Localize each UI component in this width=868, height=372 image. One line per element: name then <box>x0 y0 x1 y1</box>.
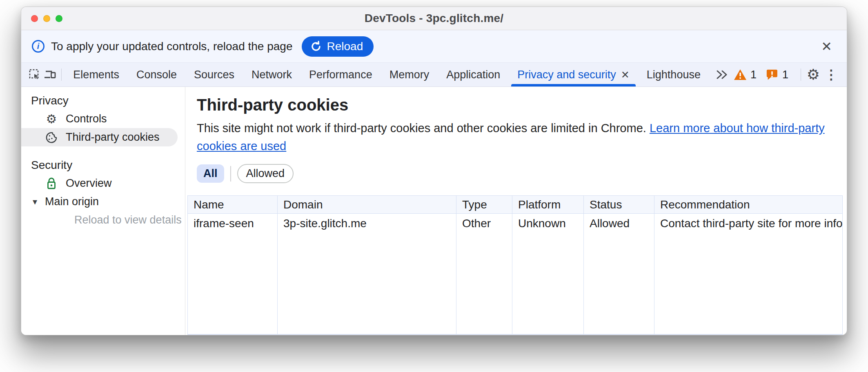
kebab-menu-icon[interactable]: ⋮ <box>822 66 840 84</box>
tab-memory[interactable]: Memory <box>381 63 438 86</box>
table-row-cell-platform[interactable]: Unknown <box>512 214 584 233</box>
table-filler-column <box>512 233 584 334</box>
sidebar-item-overview[interactable]: Overview <box>21 174 185 193</box>
tab-network[interactable]: Network <box>243 63 300 86</box>
active-tab-underline <box>511 84 636 86</box>
table-row-cell-status[interactable]: Allowed <box>584 214 654 233</box>
issue-icon <box>766 68 779 81</box>
warnings-badge[interactable]: 1 <box>734 69 757 81</box>
table-filler-column <box>278 233 456 334</box>
window-titlebar: DevTools - 3pc.glitch.me/ <box>21 7 847 30</box>
settings-gear-icon[interactable]: ⚙ <box>804 66 822 84</box>
infobar-close-icon[interactable]: ✕ <box>821 40 832 53</box>
reload-to-view-details-hint: Reload to view details <box>21 211 185 229</box>
sidebar-item-controls[interactable]: ⚙ Controls <box>21 110 185 128</box>
controls-gear-icon: ⚙ <box>45 113 58 125</box>
table-row-cell-domain[interactable]: 3p-site.glitch.me <box>278 214 456 233</box>
expander-triangle-icon[interactable]: ▾ <box>33 197 44 207</box>
tab-privacy-and-security[interactable]: Privacy and security ✕ <box>509 63 638 86</box>
issues-badge[interactable]: 1 <box>766 68 788 81</box>
sidebar-gap <box>21 146 185 156</box>
devtools-tabbar: Elements Console Sources Network Perform… <box>21 63 847 87</box>
toggle-device-toolbar-icon[interactable] <box>42 66 58 84</box>
sidebar-section-privacy: Privacy <box>21 92 185 110</box>
toolbar-separator <box>61 69 62 81</box>
reload-infobar: i To apply your updated controls, reload… <box>21 30 847 63</box>
cookie-icon <box>45 131 58 144</box>
tab-application[interactable]: Application <box>438 63 509 86</box>
filter-chip-all[interactable]: All <box>197 164 224 183</box>
column-header-name[interactable]: Name <box>188 196 278 214</box>
table-row-cell-name[interactable]: iframe-seen <box>188 214 278 233</box>
close-tab-icon[interactable]: ✕ <box>621 69 630 81</box>
cookies-table: Name Domain Type Platform Status Recomme… <box>187 195 843 335</box>
column-header-recommendation[interactable]: Recommendation <box>654 196 842 214</box>
tab-lighthouse[interactable]: Lighthouse <box>638 63 709 86</box>
table-filler-column <box>654 233 842 334</box>
column-header-type[interactable]: Type <box>456 196 512 214</box>
tab-console[interactable]: Console <box>128 63 185 86</box>
panel-content: Privacy ⚙ Controls Third-party cookies S <box>21 87 847 335</box>
status-filter-chips: All Allowed <box>197 164 847 183</box>
tabbar-right-separator <box>801 69 801 81</box>
more-tabs-icon[interactable] <box>714 69 729 81</box>
column-header-platform[interactable]: Platform <box>512 196 584 214</box>
table-filler-column <box>188 233 278 334</box>
devtools-window: DevTools - 3pc.glitch.me/ i To apply you… <box>21 7 847 335</box>
reload-button-label: Reload <box>327 40 363 53</box>
panel-heading: Third-party cookies <box>197 96 847 114</box>
panel-description: This site might not work if third-party … <box>197 119 847 155</box>
column-header-domain[interactable]: Domain <box>278 196 456 214</box>
tab-elements[interactable]: Elements <box>65 63 128 86</box>
warning-count: 1 <box>750 69 757 81</box>
table-row-cell-recommendation[interactable]: Contact third-party site for more info <box>654 214 842 233</box>
third-party-cookies-panel: Third-party cookies This site might not … <box>185 87 847 335</box>
infobar-message: To apply your updated controls, reload t… <box>51 40 293 53</box>
lock-icon <box>45 177 58 190</box>
tab-performance[interactable]: Performance <box>300 63 381 86</box>
window-title: DevTools - 3pc.glitch.me/ <box>21 12 847 25</box>
table-row-cell-type[interactable]: Other <box>456 214 512 233</box>
inspect-element-icon[interactable] <box>27 66 42 84</box>
tabbar-right-cluster: 1 1 ⚙ ⋮ <box>734 66 847 84</box>
filter-chip-allowed[interactable]: Allowed <box>237 164 294 183</box>
tab-sources[interactable]: Sources <box>185 63 243 86</box>
issue-count: 1 <box>782 69 788 81</box>
table-filler-column <box>456 233 512 334</box>
privacy-security-sidebar: Privacy ⚙ Controls Third-party cookies S <box>21 87 185 335</box>
table-filler-column <box>584 233 654 334</box>
refresh-icon <box>310 40 322 53</box>
reload-button[interactable]: Reload <box>302 36 374 57</box>
sidebar-section-security: Security <box>21 156 185 174</box>
column-header-status[interactable]: Status <box>584 196 654 214</box>
sidebar-item-third-party-cookies[interactable]: Third-party cookies <box>21 128 178 146</box>
warning-icon <box>734 69 747 81</box>
info-icon: i <box>32 40 45 53</box>
sidebar-item-main-origin[interactable]: ▾ Main origin <box>21 193 185 211</box>
chip-separator <box>230 166 231 182</box>
